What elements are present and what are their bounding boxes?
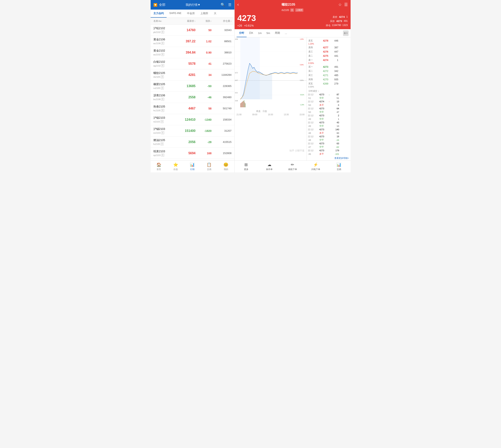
trade-vol: 13: [332, 100, 339, 103]
filter-label[interactable]: 全部: [159, 3, 166, 7]
stock-code: fu2105 主: [153, 143, 179, 145]
ob-qty: 935: [328, 78, 338, 81]
nav-item-交易[interactable]: 📋 交易: [201, 161, 217, 173]
left-panel: 🔽 全部 我的行情▼ 🔍 ☰ 主力合约 SHFE-INE 中金所 上期所 大 名…: [150, 0, 234, 173]
change-col: -1820: [196, 129, 212, 132]
ob-qty: 446: [328, 39, 338, 42]
list-item[interactable]: 燃油2105 fu2105 主 2056 -28 415515: [150, 136, 234, 148]
exchange-badge: 主: [161, 98, 164, 101]
hold-value: 1184780: [332, 24, 341, 27]
ob-price: 4275: [317, 55, 328, 57]
nav-item-首页[interactable]: 🏠 首页: [150, 161, 167, 173]
more-detail-link[interactable]: 查看更多明细>: [307, 156, 351, 160]
trade-time: :48: [308, 139, 319, 141]
tab-zhou-qi[interactable]: 周期: [272, 29, 283, 37]
trade-time: 22:12: [308, 128, 319, 131]
tabs-row: 主力合约 SHFE-INE 中金所 上期所 大: [150, 10, 234, 18]
right-nav-item-闪电下单[interactable]: ⚡ 闪电下单: [304, 162, 327, 171]
stock-name-block: 沪铅2102 pb2102 主: [153, 27, 179, 33]
list-item[interactable]: 沪锡2103 sn2103 主 151400 -1820 31207: [150, 125, 234, 136]
list-item[interactable]: 沥青2106 bu2106 主 2558 -46 392480: [150, 92, 234, 103]
price-col: 2558: [179, 96, 196, 99]
back-icon[interactable]: ‹: [237, 2, 239, 7]
nav-label: 我的: [224, 168, 228, 171]
list-item[interactable]: 橡胶2105 ru2105 主 13685 -50 228365: [150, 80, 234, 92]
search-icon[interactable]: 🔍: [221, 3, 225, 7]
tab-ellipsis[interactable]: ...: [283, 30, 289, 37]
tab-shfe-ine[interactable]: SHFE-INE: [167, 10, 184, 17]
tab-cffex[interactable]: 中金所: [184, 10, 198, 17]
trade-vol: 8: [332, 104, 339, 106]
nav-item-自选[interactable]: ⭐ 自选: [167, 161, 184, 173]
svg-text:4272: 4272: [235, 72, 238, 74]
right-nav-item-画线下单[interactable]: ✏ 画线下单: [281, 162, 304, 171]
stock-code: rb2105: [282, 9, 289, 12]
favorite-icon[interactable]: ☆: [338, 2, 342, 7]
ob-label: 买三: [308, 74, 317, 77]
big-price: 4273: [237, 13, 256, 23]
nav-item-我的[interactable]: 😊 我的: [217, 161, 234, 173]
trade-row-10: 22:12 4273 140: [307, 128, 351, 131]
tab-main-contract[interactable]: 主力合约: [150, 10, 167, 17]
tab-shfe[interactable]: 上期所: [198, 10, 211, 17]
trade-row-16: 22:12 4273 179: [307, 149, 351, 152]
trade-row-0: 22:12 4273 ↓ 87: [307, 93, 351, 96]
hold-info: 持仓 1184780 1323: [326, 24, 348, 27]
list-item[interactable]: 白银2102 ag2102 主 5578 41 275623: [150, 58, 234, 69]
trade-row-8: 22:12 4273 43: [307, 121, 351, 124]
trade-price: 4273: [319, 121, 328, 124]
ob-label: 买二: [308, 69, 317, 73]
order-book: 卖五 4278 446 1.20% 卖四 4277 387 卖三 4276 44…: [307, 37, 351, 160]
trade-vol: 60: [332, 132, 339, 134]
right-nav-item-条件单[interactable]: ☁ 条件单: [258, 162, 281, 171]
volume-col: 501749: [212, 107, 232, 110]
stock-code: bu2106 主: [153, 98, 179, 101]
stock-code: pb2102 主: [153, 31, 179, 33]
right-nav-item-交易[interactable]: 📊 交易: [327, 162, 351, 171]
tab-more[interactable]: 大: [211, 10, 219, 17]
change-col: -50: [196, 84, 212, 88]
right-side-prices: 卖价 4274 1 买价 4273 491: [330, 16, 348, 23]
right-nav-item-更多[interactable]: ⊞ 更多: [234, 162, 258, 171]
trade-time: 22:12: [308, 149, 319, 152]
list-item[interactable]: 热卷2105 hc2105 主 4467 58 501749: [150, 103, 234, 114]
ob-qty: 1: [328, 59, 338, 62]
list-item[interactable]: 沪镍2103 ni2103 主 124410 -1340 158334: [150, 114, 234, 125]
tab-5m[interactable]: 5m: [264, 30, 272, 37]
big-price-block: 4273: [237, 13, 256, 23]
list-item[interactable]: 黄金2106 au2106 主 397.22 1.02 88501: [150, 36, 234, 47]
tab-ri-k[interactable]: 日K: [247, 29, 256, 37]
trade-label: 空平: [319, 139, 328, 142]
stock-list: 沪铅2102 pb2102 主 14760 50 32043 黄金2106 au…: [150, 25, 234, 160]
right-menu-icon[interactable]: ☰: [344, 2, 348, 7]
trade-price: 4273: [319, 107, 328, 110]
market-label[interactable]: 我的行情▼: [186, 3, 200, 7]
tab-1m[interactable]: 1m: [256, 30, 264, 37]
list-item[interactable]: 螺纹2105 rb2105 主 4281 34 1184284: [150, 69, 234, 80]
stock-name: 螺纹2105: [153, 71, 179, 75]
trade-time: :50: [308, 111, 319, 113]
disk-button[interactable]: 盘口: [343, 30, 349, 36]
nav-item-行情[interactable]: 📊 行情: [184, 161, 201, 173]
svg-text:4196: 4196: [235, 100, 238, 102]
tab-fen-shi[interactable]: 分时: [237, 29, 247, 37]
svg-rect-13: [240, 103, 241, 107]
x-label-0: 21:00: [237, 113, 242, 116]
list-item[interactable]: 黄金2102 au2102 主 394.84 0.90 38810: [150, 47, 234, 58]
trade-row-6: 22:12 4273 2: [307, 114, 351, 117]
change-abs: +26: [237, 24, 242, 27]
chart-tabs: 分时 日K 1m 5m 周期 ... 盘口: [234, 29, 351, 37]
trade-time: :48: [308, 132, 319, 134]
volume-col: 31207: [212, 129, 232, 132]
sort-icon-name[interactable]: Aa↕: [159, 20, 162, 22]
exchange-badge: 主: [161, 31, 164, 33]
trade-section-title: 分时成交 ↑: [307, 88, 351, 93]
list-item[interactable]: 沪铅2102 pb2102 主 14760 50 32043: [150, 25, 234, 36]
list-item[interactable]: 纸浆2103 sp2103 主 5694 168 152808: [150, 148, 234, 159]
stock-name: 沪镍2103: [153, 116, 179, 120]
nav-icon: 🏠: [156, 162, 161, 167]
trade-vol: 63: [332, 142, 339, 145]
ob-label: 买五: [308, 82, 317, 85]
menu-icon[interactable]: ☰: [228, 3, 231, 7]
sort-icon-volume[interactable]: ↕: [231, 20, 232, 22]
